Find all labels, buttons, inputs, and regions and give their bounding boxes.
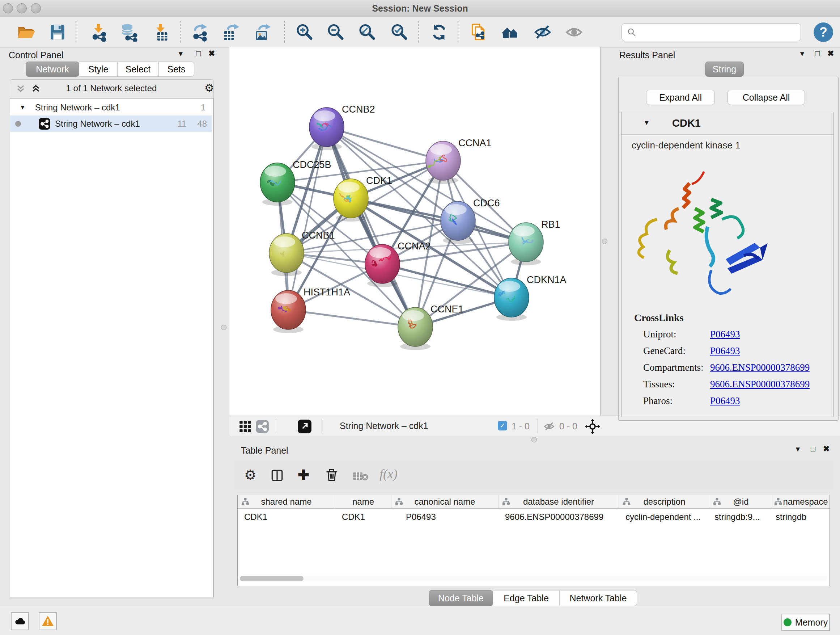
tree-expander-icon[interactable]: ▼ [19, 104, 26, 111]
panel-float-icon[interactable]: □ [196, 49, 201, 58]
network-node-HIST1H1A[interactable]: HIST1H1A [271, 287, 350, 329]
export-table-icon[interactable] [221, 22, 241, 42]
column-header[interactable]: canonical name [392, 495, 499, 509]
hidden-eye-icon[interactable] [543, 421, 555, 432]
panel-float-icon[interactable]: □ [815, 49, 820, 58]
section-collapse-icon[interactable]: ▼ [643, 119, 650, 127]
column-header[interactable]: name [335, 495, 392, 509]
open-session-icon[interactable] [16, 22, 36, 42]
column-header[interactable]: @id [710, 495, 772, 509]
save-session-icon[interactable] [47, 22, 68, 42]
expand-all-button[interactable]: Expand All [646, 90, 715, 105]
column-type-icon [622, 498, 630, 506]
cloud-button[interactable] [11, 612, 29, 630]
network-node-RB1[interactable]: RB1 [508, 219, 561, 262]
search-input[interactable] [636, 27, 790, 38]
table-cell[interactable]: cyclin-dependent ... [619, 509, 710, 525]
network-canvas[interactable]: CCNB2CCNA1CDC25BCDK1CDC6RB1CCNB1CCNA2CDK… [229, 47, 600, 416]
warnings-button[interactable] [39, 612, 57, 630]
export-image-icon[interactable] [252, 22, 272, 42]
function-builder-icon[interactable]: f(x) [379, 466, 398, 481]
crosslink-link[interactable]: P06493 [710, 395, 740, 407]
clear-table-icon[interactable] [353, 471, 369, 481]
table-cell[interactable]: stringdb [772, 509, 829, 525]
show-all-icon[interactable] [564, 22, 584, 42]
crosslink-link[interactable]: 9606.ENSP00000378699 [710, 379, 810, 390]
table-cell[interactable]: CDK1 [238, 509, 335, 525]
panel-menu-icon[interactable]: ▼ [799, 50, 806, 58]
tab-select[interactable]: Select [118, 62, 159, 77]
grid-view-icon[interactable] [238, 420, 252, 433]
network-view-icon[interactable] [256, 420, 269, 433]
network-edge[interactable] [288, 310, 415, 327]
column-header[interactable]: database identifier [499, 495, 619, 509]
warning-icon [41, 615, 54, 628]
detach-view-icon[interactable] [297, 419, 312, 434]
tab-string[interactable]: String [705, 62, 744, 77]
tree-row-collection[interactable]: ▼ String Network – cdk1 1 [10, 99, 212, 116]
panel-close-icon[interactable]: ✖ [208, 49, 215, 58]
pan-crosshair-icon[interactable] [585, 419, 600, 434]
string-network-graph[interactable]: CCNB2CCNA1CDC25BCDK1CDC6RB1CCNB1CCNA2CDK… [229, 47, 600, 416]
panel-close-icon[interactable]: ✖ [827, 49, 834, 58]
crosslink-link[interactable]: 9606.ENSP00000378699 [710, 362, 810, 373]
left-splitter-handle[interactable] [221, 325, 226, 330]
column-settings-icon[interactable] [270, 469, 284, 482]
refresh-view-icon[interactable] [429, 22, 449, 42]
import-network-database-icon[interactable] [118, 22, 139, 42]
network-node-CCNE1[interactable]: CCNE1 [398, 304, 464, 347]
memory-button[interactable]: Memory [782, 614, 830, 631]
column-header[interactable]: description [619, 495, 710, 509]
panel-menu-icon[interactable]: ▼ [794, 445, 801, 453]
bottom-splitter-handle[interactable] [531, 437, 537, 442]
tab-edge-table[interactable]: Edge Table [493, 590, 560, 606]
network-node-CCNA1[interactable]: CCNA1 [426, 138, 492, 180]
node-section-header[interactable]: ▼ CDK1 [622, 112, 833, 135]
collapse-all-button[interactable]: Collapse All [728, 90, 805, 105]
zoom-out-icon[interactable] [325, 22, 346, 42]
export-network-icon[interactable] [189, 22, 210, 42]
selected-checkbox[interactable]: ✓ [498, 421, 507, 431]
zoom-fit-content-icon[interactable] [357, 22, 377, 42]
network-edge[interactable] [288, 127, 327, 310]
crosslink-link[interactable]: P06493 [710, 345, 740, 356]
tab-network[interactable]: Network [26, 62, 79, 77]
table-horizontal-scrollbar[interactable] [239, 576, 827, 581]
tab-sets[interactable]: Sets [159, 62, 194, 77]
tab-node-table[interactable]: Node Table [429, 590, 493, 606]
first-neighbors-icon[interactable] [501, 22, 521, 42]
table-cell[interactable]: 9606.ENSP00000378699 [499, 509, 619, 525]
delete-column-icon[interactable] [325, 468, 339, 482]
right-splitter-handle[interactable] [602, 239, 607, 244]
gear-icon[interactable]: ⚙ [204, 81, 214, 94]
column-header[interactable]: namespace [772, 495, 829, 509]
node-label: HIST1H1A [303, 287, 350, 298]
crosslink-label: Uniprot: [643, 329, 676, 340]
tree-row-network[interactable]: String Network – cdk1 11 48 [10, 116, 212, 132]
tab-network-table[interactable]: Network Table [560, 590, 637, 606]
zoom-in-icon[interactable] [294, 22, 314, 42]
panel-float-icon[interactable]: □ [811, 444, 815, 454]
panel-close-icon[interactable]: ✖ [823, 444, 829, 454]
network-node-CCNA2[interactable]: CCNA2 [365, 241, 431, 283]
tab-style[interactable]: Style [79, 62, 118, 77]
search-box[interactable] [622, 23, 801, 41]
help-icon[interactable]: ? [813, 22, 833, 42]
column-type-icon [241, 498, 249, 506]
hide-selected-icon[interactable] [532, 22, 553, 42]
column-header[interactable]: shared name [238, 495, 335, 509]
table-gear-icon[interactable]: ⚙ [244, 467, 256, 483]
table-cell[interactable]: stringdb:9... [710, 509, 772, 525]
panel-menu-icon[interactable]: ▼ [177, 50, 184, 58]
add-column-icon[interactable]: ✚ [298, 467, 309, 483]
network-node-CCNB2[interactable]: CCNB2 [309, 104, 375, 147]
import-table-file-icon[interactable] [151, 22, 171, 42]
new-network-from-selection-icon[interactable] [469, 22, 489, 42]
zoom-selected-icon[interactable] [389, 22, 409, 42]
table-cell[interactable]: P06493 [392, 509, 499, 525]
import-network-file-icon[interactable] [88, 22, 109, 42]
scrollbar-thumb[interactable] [240, 576, 303, 581]
table-cell[interactable]: CDK1 [335, 509, 392, 525]
network-node-CDKN1A[interactable]: CDKN1A [494, 274, 567, 317]
crosslink-link[interactable]: P06493 [710, 329, 740, 340]
